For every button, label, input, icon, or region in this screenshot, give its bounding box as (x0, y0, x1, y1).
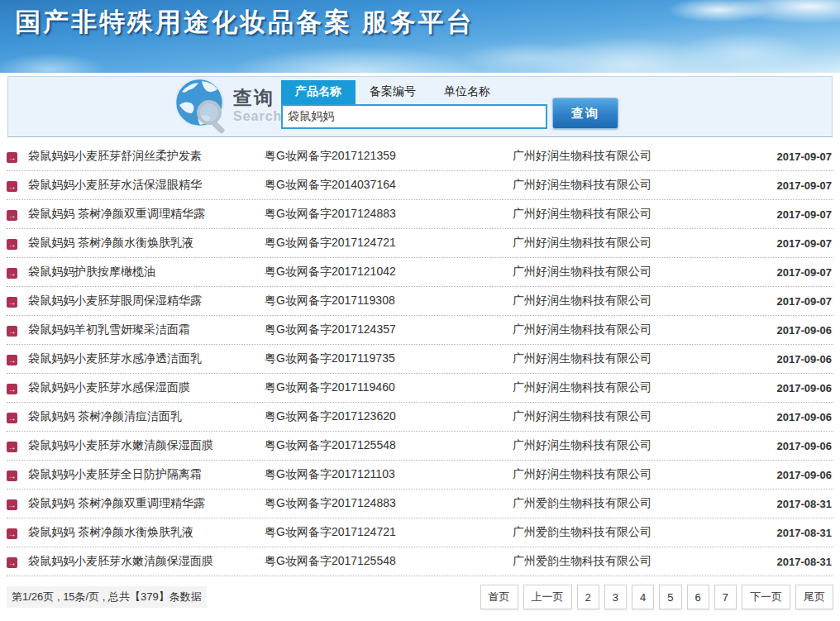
page-button-page-6[interactable]: 6 (687, 585, 709, 609)
date-cell: 2017-09-07 (776, 150, 833, 163)
page-button-page-7[interactable]: 7 (714, 585, 737, 609)
table-row[interactable]: →袋鼠妈妈 茶树净颜水衡焕肤乳液粤G妆网备字2017124721广州爱韵生物科技… (7, 518, 833, 547)
table-row[interactable]: →袋鼠妈妈小麦胚芽水活保湿眼精华粤G妆网备字2014037164广州好润生物科技… (7, 171, 833, 200)
company-cell: 广州好润生物科技有限公司 (513, 322, 776, 337)
company-cell: 广州好润生物科技有限公司 (513, 380, 776, 395)
row-arrow-icon[interactable]: → (7, 557, 17, 568)
company-cell: 广州好润生物科技有限公司 (513, 294, 776, 308)
company-cell: 广州爱韵生物科技有限公司 (513, 554, 776, 569)
product-name-cell: 袋鼠妈妈 茶树净颜双重调理精华露 (28, 496, 265, 511)
company-cell: 广州好润生物科技有限公司 (513, 438, 776, 453)
search-logo-cn: 查询 (233, 85, 282, 111)
company-cell: 广州好润生物科技有限公司 (513, 236, 776, 251)
page-button-first-page[interactable]: 首页 (480, 585, 518, 609)
record-number-cell: 粤G妆网备字2017124883 (265, 207, 513, 222)
page-button-page-2[interactable]: 2 (577, 585, 599, 609)
table-row[interactable]: →袋鼠妈妈小麦胚芽水嫩清颜保湿面膜粤G妆网备字2017125548广州好润生物科… (7, 432, 833, 461)
footer: 第1/26页 , 15条/页 , 总共【379】条数据 首页上一页234567下… (7, 585, 833, 609)
tab-company-name[interactable]: 单位名称 (430, 80, 504, 104)
record-number-cell: 粤G妆网备字2014037164 (265, 178, 513, 193)
record-number-cell: 粤G妆网备字2017123620 (265, 409, 513, 424)
search-button[interactable]: 查询 (552, 98, 618, 129)
product-name-cell: 袋鼠妈妈 茶树净颜水衡焕肤乳液 (28, 236, 265, 251)
row-arrow-icon[interactable]: → (7, 384, 17, 394)
product-name-cell: 袋鼠妈妈小麦胚芽水嫩清颜保湿面膜 (28, 438, 265, 453)
company-cell: 广州好润生物科技有限公司 (513, 178, 776, 193)
product-name-cell: 袋鼠妈妈小麦胚芽眼周保湿精华露 (28, 294, 265, 308)
table-row[interactable]: →袋鼠妈妈 茶树净颜清痘洁面乳粤G妆网备字2017123620广州好润生物科技有… (7, 403, 833, 432)
record-number-cell: 粤G妆网备字2017121103 (265, 467, 513, 482)
date-cell: 2017-09-07 (776, 237, 833, 250)
page-button-page-5[interactable]: 5 (659, 585, 681, 609)
date-cell: 2017-09-07 (776, 266, 833, 279)
table-row[interactable]: →袋鼠妈妈 茶树净颜双重调理精华露粤G妆网备字2017124883广州好润生物科… (7, 200, 833, 229)
record-number-cell: 粤G妆网备字2017121042 (265, 265, 513, 279)
row-arrow-icon[interactable]: → (7, 499, 17, 510)
row-arrow-icon[interactable]: → (7, 471, 17, 481)
row-arrow-icon[interactable]: → (7, 268, 17, 279)
table-row[interactable]: →袋鼠妈妈 茶树净颜双重调理精华露粤G妆网备字2017124883广州爱韵生物科… (7, 490, 833, 518)
table-row[interactable]: →袋鼠妈妈小麦胚芽全日防护隔离霜粤G妆网备字2017121103广州好润生物科技… (7, 461, 833, 490)
table-row[interactable]: →袋鼠妈妈小麦胚芽水嫩清颜保湿面膜粤G妆网备字2017125548广州爱韵生物科… (7, 547, 833, 576)
page-button-next-page[interactable]: 下一页 (742, 585, 790, 609)
product-name-cell: 袋鼠妈妈小麦胚芽水感净透洁面乳 (28, 351, 265, 366)
record-number-cell: 粤G妆网备字2017124721 (265, 236, 513, 251)
table-row[interactable]: →袋鼠妈妈小麦胚芽水感净透洁面乳粤G妆网备字2017119735广州好润生物科技… (7, 345, 833, 374)
row-arrow-icon[interactable]: → (7, 210, 17, 221)
record-number-cell: 粤G妆网备字2017124357 (265, 322, 513, 337)
record-number-cell: 粤G妆网备字2017119308 (265, 294, 513, 308)
row-arrow-icon[interactable]: → (7, 239, 17, 250)
date-cell: 2017-09-06 (776, 382, 833, 394)
record-number-cell: 粤G妆网备字2017124883 (265, 496, 513, 511)
company-cell: 广州爱韵生物科技有限公司 (513, 496, 776, 511)
page-button-prev-page[interactable]: 上一页 (523, 585, 572, 609)
table-row[interactable]: →袋鼠妈妈护肤按摩橄榄油粤G妆网备字2017121042广州好润生物科技有限公司… (7, 258, 833, 287)
product-name-cell: 袋鼠妈妈羊初乳雪妍璨采洁面霜 (28, 322, 265, 337)
date-cell: 2017-09-06 (776, 469, 833, 481)
row-arrow-icon[interactable]: → (7, 297, 17, 308)
date-cell: 2017-08-31 (776, 527, 833, 539)
product-name-cell: 袋鼠妈妈小麦胚芽水感保湿面膜 (28, 380, 265, 395)
page-title: 国产非特殊用途化妆品备案 服务平台 (0, 0, 840, 40)
row-arrow-icon[interactable]: → (7, 181, 17, 192)
search-logo-text: 查询 Search (233, 85, 282, 124)
record-number-cell: 粤G妆网备字2017124721 (265, 525, 513, 540)
record-number-cell: 粤G妆网备字2017119735 (265, 351, 513, 366)
search-tabs: 产品名称备案编号单位名称 (281, 83, 547, 104)
company-cell: 广州好润生物科技有限公司 (513, 467, 776, 482)
page-button-last-page[interactable]: 尾页 (795, 585, 833, 609)
date-cell: 2017-09-06 (776, 440, 833, 452)
table-row[interactable]: →袋鼠妈妈 茶树净颜水衡焕肤乳液粤G妆网备字2017124721广州好润生物科技… (7, 229, 833, 258)
product-name-cell: 袋鼠妈妈小麦胚芽舒润丝柔护发素 (28, 149, 265, 164)
row-arrow-icon[interactable]: → (7, 528, 17, 539)
record-number-cell: 粤G妆网备字2017125548 (265, 438, 513, 453)
table-row[interactable]: →袋鼠妈妈羊初乳雪妍璨采洁面霜粤G妆网备字2017124357广州好润生物科技有… (7, 316, 833, 345)
record-number-cell: 粤G妆网备字2017121359 (265, 149, 513, 164)
page-summary: 第1/26页 , 15条/页 , 总共【379】条数据 (7, 586, 207, 608)
search-input[interactable] (281, 104, 547, 129)
row-arrow-icon[interactable]: → (7, 326, 17, 337)
tab-record-number[interactable]: 备案编号 (356, 80, 430, 104)
date-cell: 2017-08-31 (776, 498, 833, 510)
header-banner: 国产非特殊用途化妆品备案 服务平台 (0, 0, 840, 73)
row-arrow-icon[interactable]: → (7, 152, 17, 163)
product-name-cell: 袋鼠妈妈小麦胚芽水活保湿眼精华 (28, 178, 265, 193)
table-row[interactable]: →袋鼠妈妈小麦胚芽水感保湿面膜粤G妆网备字2017119460广州好润生物科技有… (7, 374, 833, 403)
pagination: 首页上一页234567下一页尾页 (480, 585, 833, 609)
tab-product-name[interactable]: 产品名称 (281, 80, 356, 104)
date-cell: 2017-09-07 (776, 179, 833, 192)
product-name-cell: 袋鼠妈妈小麦胚芽水嫩清颜保湿面膜 (28, 554, 265, 569)
page-button-page-4[interactable]: 4 (632, 585, 654, 609)
table-row[interactable]: →袋鼠妈妈小麦胚芽舒润丝柔护发素粤G妆网备字2017121359广州好润生物科技… (7, 142, 833, 171)
table-row[interactable]: →袋鼠妈妈小麦胚芽眼周保湿精华露粤G妆网备字2017119308广州好润生物科技… (7, 287, 833, 316)
row-arrow-icon[interactable]: → (7, 442, 17, 452)
record-number-cell: 粤G妆网备字2017125548 (265, 554, 513, 569)
page-button-page-3[interactable]: 3 (604, 585, 627, 609)
company-cell: 广州爱韵生物科技有限公司 (513, 525, 776, 540)
row-arrow-icon[interactable]: → (7, 355, 17, 365)
search-logo: 查询 Search (174, 75, 285, 140)
date-cell: 2017-08-31 (776, 556, 833, 568)
search-box: 产品名称备案编号单位名称 (281, 83, 547, 129)
row-arrow-icon[interactable]: → (7, 413, 17, 423)
date-cell: 2017-09-06 (776, 353, 833, 365)
